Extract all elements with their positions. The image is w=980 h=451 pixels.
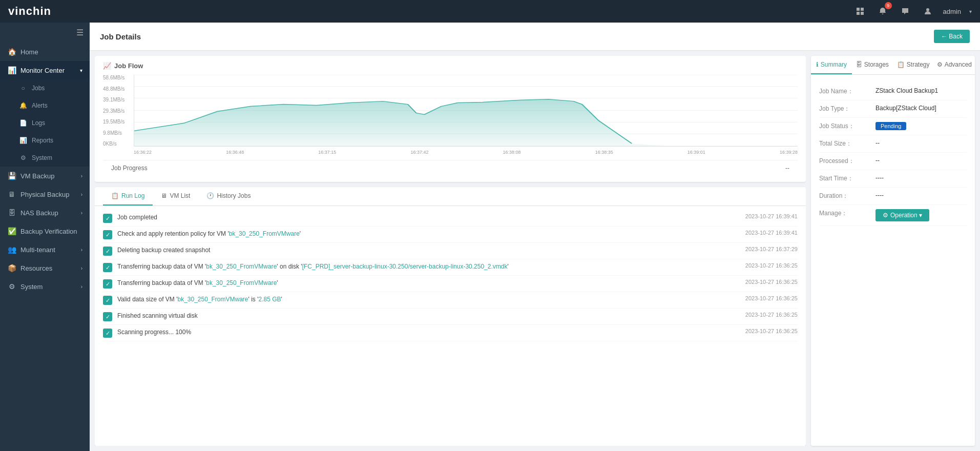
nas-backup-icon: 🗄 — [7, 209, 16, 217]
sidebar-item-physical-backup[interactable]: 🖥 Physical Backup › — [0, 185, 90, 203]
log-text-6: Valid data size of VM 'bk_30_250_FromVMw… — [117, 295, 740, 304]
tab-run-log[interactable]: 📋 Run Log — [103, 187, 153, 206]
log-row-5: ✓ Transferring backup data of VM 'bk_30_… — [103, 276, 798, 292]
sidebar-item-reports-label: Reports — [32, 137, 53, 144]
notification-badge: 9 — [885, 2, 892, 9]
sidebar-item-home[interactable]: 🏠 Home — [0, 43, 90, 61]
detail-value-total-size: -- — [875, 139, 967, 147]
svg-point-4 — [926, 8, 929, 11]
detail-row-job-status: Job Status： Pending — [819, 118, 967, 135]
chart-title-icon: 📈 — [103, 62, 111, 70]
sidebar-item-system-mon-label: System — [32, 154, 52, 161]
log-row-8: ✓ Scanning progress... 100% 2023-10-27 1… — [103, 325, 798, 341]
backup-verification-icon: ✅ — [7, 227, 16, 235]
chart-x-labels: 16:36:22 16:36:48 16:37:15 16:37:42 16:3… — [134, 148, 798, 157]
system-mon-icon: ⚙ — [18, 154, 28, 161]
x-label-6: 16:39:01 — [687, 150, 705, 155]
resources-icon: 📦 — [7, 264, 16, 272]
chart-y-labels: 58.6MB/s 48.8MB/s 39.1MB/s 29.3MB/s 19.5… — [103, 75, 133, 147]
log-text-5: Transferring backup data of VM 'bk_30_25… — [117, 279, 740, 288]
operation-btn-label: Operation ▾ — [890, 212, 922, 219]
notification-icon-btn[interactable]: 9 — [875, 4, 890, 18]
log-list: ✓ Job completed 2023-10-27 16:39:41 ✓ Ch… — [95, 206, 806, 446]
sidebar-item-logs[interactable]: 📄 Logs — [0, 114, 90, 132]
run-log-icon: 📋 — [111, 192, 119, 199]
right-tab-summary[interactable]: ℹ Summary — [811, 56, 852, 74]
sidebar-item-monitor-center[interactable]: 📊 Monitor Center ▾ — [0, 61, 90, 79]
sidebar-item-system[interactable]: ⚙ System › — [0, 277, 90, 296]
detail-label-start-time: Start Time： — [819, 174, 875, 183]
svg-rect-2 — [857, 12, 860, 15]
sidebar-item-vm-backup-label: VM Backup — [20, 172, 54, 180]
log-tabs-bar: 📋 Run Log 🖥 VM List 🕐 History Jobs — [95, 187, 806, 206]
log-highlight-5: bk_30_250_FromVMware — [206, 279, 277, 286]
logo-chin: chin — [26, 5, 51, 17]
detail-value-duration: ---- — [875, 192, 967, 199]
storages-icon: 🗄 — [856, 61, 862, 68]
right-tab-advanced[interactable]: ⚙ Advanced — [934, 56, 975, 74]
detail-label-duration: Duration： — [819, 192, 875, 200]
summary-icon: ℹ — [816, 61, 819, 68]
log-text-3-content: Deleting backup created snapshot — [117, 247, 210, 254]
svg-rect-1 — [861, 8, 864, 11]
right-tab-storages[interactable]: 🗄 Storages — [852, 56, 893, 74]
right-panel: ℹ Summary 🗄 Storages 📋 Strategy ⚙ Advanc… — [811, 56, 975, 446]
nas-backup-arrow-icon: › — [81, 210, 82, 216]
chat-icon-btn[interactable] — [898, 4, 912, 18]
grid-icon-btn[interactable] — [853, 4, 867, 18]
tab-vm-list[interactable]: 🖥 VM List — [153, 187, 198, 206]
tab-vm-list-label: VM List — [170, 192, 190, 199]
log-time-2: 2023-10-27 16:39:41 — [745, 230, 798, 236]
alerts-icon: 🔔 — [18, 102, 28, 109]
sidebar-item-system-mon[interactable]: ⚙ System — [0, 149, 90, 167]
right-tabs: ℹ Summary 🗄 Storages 📋 Strategy ⚙ Advanc… — [811, 56, 975, 75]
svg-rect-0 — [857, 8, 860, 11]
back-button[interactable]: ← Back — [934, 30, 970, 43]
physical-backup-icon: 🖥 — [7, 190, 16, 198]
user-icon-btn[interactable] — [921, 4, 935, 18]
chart-panel-title: 📈 Job Flow — [103, 62, 798, 70]
top-nav-right: 9 admin ▾ — [853, 4, 972, 18]
chart-container: 58.6MB/s 48.8MB/s 39.1MB/s 29.3MB/s 19.5… — [103, 75, 798, 157]
sidebar-item-vm-backup[interactable]: 💾 VM Backup › — [0, 167, 90, 185]
admin-arrow-icon: ▾ — [969, 9, 972, 14]
detail-value-manage: ⚙ Operation ▾ — [875, 209, 967, 221]
right-tab-strategy[interactable]: 📋 Strategy — [893, 56, 934, 74]
chart-panel: 📈 Job Flow 58.6MB/s 48.8MB/s 39.1MB/s 29… — [95, 56, 806, 182]
sidebar-item-multi-tenant[interactable]: 👥 Multi-tenant › — [0, 240, 90, 259]
y-label-2: 39.1MB/s — [103, 97, 133, 102]
monitor-center-icon: 📊 — [7, 66, 16, 74]
system-arrow-icon: › — [81, 284, 82, 290]
detail-row-start-time: Start Time： ---- — [819, 170, 967, 188]
detail-row-job-name: Job Name： ZStack Cloud Backup1 — [819, 83, 967, 100]
log-time-1: 2023-10-27 16:39:41 — [745, 213, 798, 219]
multi-tenant-icon: 👥 — [7, 245, 16, 254]
log-highlight-6a: bk_30_250_FromVMware — [177, 296, 248, 303]
detail-row-duration: Duration： ---- — [819, 188, 967, 205]
sidebar-item-nas-backup[interactable]: 🗄 NAS Backup › — [0, 203, 90, 222]
sidebar-item-backup-verification[interactable]: ✅ Backup Verification — [0, 222, 90, 240]
tab-history-jobs[interactable]: 🕐 History Jobs — [198, 187, 259, 206]
resources-arrow-icon: › — [81, 265, 82, 271]
y-label-4: 19.5MB/s — [103, 119, 133, 125]
detail-value-job-type: Backup[ZStack Cloud] — [875, 105, 967, 112]
detail-value-start-time: ---- — [875, 174, 967, 181]
sidebar: ☰ 🏠 Home 📊 Monitor Center ▾ ○ Jobs 🔔 Ale… — [0, 23, 90, 451]
log-time-7: 2023-10-27 16:36:25 — [745, 312, 798, 318]
y-label-5: 9.8MB/s — [103, 130, 133, 136]
hamburger-icon[interactable]: ☰ — [76, 28, 84, 37]
x-label-7: 16:39:28 — [780, 150, 798, 155]
chart-svg — [134, 75, 798, 146]
sidebar-item-reports[interactable]: 📊 Reports — [0, 132, 90, 149]
jobs-icon: ○ — [18, 85, 28, 92]
sidebar-item-logs-label: Logs — [32, 119, 45, 127]
sidebar-item-resources[interactable]: 📦 Resources › — [0, 259, 90, 277]
log-time-8: 2023-10-27 16:36:25 — [745, 328, 798, 334]
operation-button[interactable]: ⚙ Operation ▾ — [875, 209, 929, 221]
vm-list-icon: 🖥 — [161, 192, 167, 199]
sidebar-item-alerts[interactable]: 🔔 Alerts — [0, 97, 90, 114]
admin-label[interactable]: admin — [943, 8, 961, 15]
sidebar-item-jobs[interactable]: ○ Jobs — [0, 79, 90, 97]
log-text-3: Deleting backup created snapshot — [117, 246, 740, 255]
monitor-center-arrow-icon: ▾ — [80, 68, 82, 73]
